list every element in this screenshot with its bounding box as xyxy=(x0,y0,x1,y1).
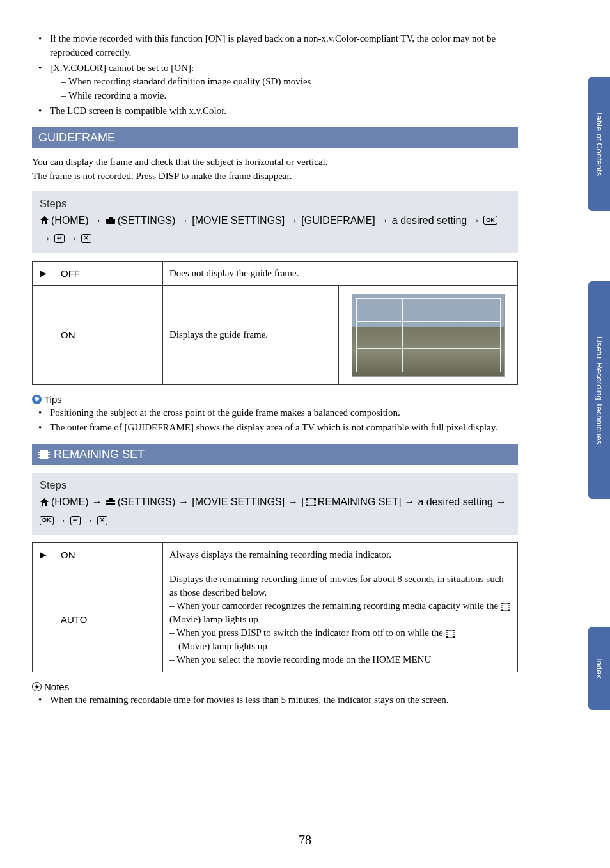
arrow-icon: → xyxy=(41,230,51,247)
notes-icon: ✦ xyxy=(32,682,42,691)
svg-rect-28 xyxy=(501,606,503,608)
movie-icon xyxy=(446,630,455,638)
arrow-icon: → xyxy=(178,212,189,229)
guideframe-options-table: ▶ OFF Does not display the guide frame. … xyxy=(32,261,518,385)
svg-rect-8 xyxy=(38,457,40,458)
tip-item: Positioning the subject at the cross poi… xyxy=(38,406,518,420)
arrow-icon: → xyxy=(92,494,102,510)
section-heading-guideframe: GUIDEFRAME xyxy=(32,127,518,148)
path-text: a desired setting xyxy=(418,494,492,510)
svg-rect-11 xyxy=(48,457,50,458)
svg-rect-7 xyxy=(38,454,40,455)
arrow-icon: → xyxy=(470,212,480,229)
svg-rect-2 xyxy=(106,221,115,221)
ok-button-icon: OK xyxy=(483,216,497,225)
arrow-icon: → xyxy=(496,494,506,510)
svg-rect-18 xyxy=(306,500,308,501)
svg-rect-36 xyxy=(446,631,448,633)
note-item: [X.V.COLOR] cannot be set to [ON]: – Whe… xyxy=(38,61,518,103)
path-text: [GUIDEFRAME] xyxy=(301,212,375,229)
svg-rect-13 xyxy=(109,498,113,500)
note-subitem: – When recording standard definition ima… xyxy=(61,75,518,89)
svg-rect-1 xyxy=(109,217,113,219)
option-name: AUTO xyxy=(54,567,163,672)
svg-rect-19 xyxy=(306,501,308,503)
svg-rect-37 xyxy=(446,633,448,635)
arrow-icon: → xyxy=(84,512,94,529)
tab-toc[interactable]: Table of Contents xyxy=(588,77,610,211)
svg-rect-10 xyxy=(48,454,50,455)
steps-path: (HOME) → (SETTINGS) → [MOVIE SETTINGS] →… xyxy=(40,494,510,528)
svg-rect-14 xyxy=(106,502,115,503)
table-row: ▶ ON Always displays the remaining recor… xyxy=(33,543,518,567)
svg-rect-31 xyxy=(508,606,510,608)
back-button-icon: ↩ xyxy=(70,516,81,525)
side-nav-tabs: Table of Contents Useful Recording Techn… xyxy=(584,0,610,868)
close-button-icon: ✕ xyxy=(97,516,107,525)
arrow-icon: → xyxy=(178,494,189,510)
table-row: ON Displays the guide frame. xyxy=(33,285,518,384)
note-item: The LCD screen is compatible with x.v.Co… xyxy=(38,104,518,118)
back-button-icon: ↩ xyxy=(54,234,65,243)
svg-rect-6 xyxy=(38,452,40,453)
note-item: When the remaining recordable time for m… xyxy=(38,693,518,707)
note-subitem: – While recording a movie. xyxy=(61,89,518,103)
arrow-icon: → xyxy=(92,212,102,229)
notes-list: When the remaining recordable time for m… xyxy=(38,693,518,707)
option-desc: Displays the guide frame. xyxy=(163,285,339,384)
desc-text: (Movie) lamp lights up xyxy=(169,614,258,624)
path-text: (SETTINGS) xyxy=(118,212,176,229)
option-name: ON xyxy=(54,543,163,567)
tip-item: The outer frame of [GUIDEFRAME] shows th… xyxy=(38,421,518,435)
notes-header: ✦ Notes xyxy=(32,681,518,692)
home-icon xyxy=(40,498,49,507)
svg-rect-27 xyxy=(501,604,503,606)
option-desc: Does not display the guide frame. xyxy=(163,261,518,285)
arrow-icon: → xyxy=(68,230,78,247)
svg-rect-38 xyxy=(446,635,448,636)
svg-rect-9 xyxy=(48,452,50,453)
path-text: [ xyxy=(301,494,304,510)
option-name: ON xyxy=(54,285,163,384)
desc-line: Displays the remaining recording time of… xyxy=(169,572,511,599)
page-number: 78 xyxy=(0,833,610,848)
svg-rect-30 xyxy=(508,604,510,606)
guideframe-example-image xyxy=(352,294,505,377)
remaining-options-table: ▶ ON Always displays the remaining recor… xyxy=(32,542,518,672)
svg-rect-39 xyxy=(453,631,455,633)
desc-text: (Movie) lamp lights up xyxy=(169,641,267,651)
steps-box-remaining: Steps (HOME) → (SETTINGS) → [MOVIE SETTI… xyxy=(32,473,518,535)
option-image-cell xyxy=(339,285,518,384)
path-text: (HOME) xyxy=(51,494,89,510)
toolbox-icon xyxy=(106,216,116,225)
path-text: [MOVIE SETTINGS] xyxy=(192,494,285,510)
svg-rect-23 xyxy=(314,503,316,505)
arrow-icon: → xyxy=(379,212,389,229)
default-marker xyxy=(33,285,54,384)
home-icon xyxy=(40,216,49,225)
svg-rect-20 xyxy=(306,503,308,505)
section-heading-remainingset: REMAINING SET xyxy=(32,444,518,465)
svg-rect-22 xyxy=(314,501,316,503)
section-title-text: REMAINING SET xyxy=(54,448,145,461)
tab-techniques[interactable]: Useful Recording Techniques xyxy=(588,281,610,499)
table-row: AUTO Displays the remaining recording ti… xyxy=(33,567,518,672)
close-button-icon: ✕ xyxy=(81,234,91,243)
note-item: If the movie recorded with this function… xyxy=(38,32,518,60)
option-name: OFF xyxy=(54,261,163,285)
tab-index[interactable]: Index xyxy=(588,627,610,710)
path-text: [MOVIE SETTINGS] xyxy=(192,212,285,229)
notes-label: Notes xyxy=(44,681,69,692)
path-text: (SETTINGS) xyxy=(118,494,176,510)
steps-title: Steps xyxy=(40,198,510,210)
path-text: a desired setting xyxy=(392,212,467,229)
table-row: ▶ OFF Does not display the guide frame. xyxy=(33,261,518,285)
desc-line: – When your camcorder recognizes the rem… xyxy=(169,599,511,626)
svg-rect-29 xyxy=(501,608,503,610)
steps-box-guideframe: Steps (HOME) → (SETTINGS) → [MOVIE SETTI… xyxy=(32,191,518,253)
top-notes-list: If the movie recorded with this function… xyxy=(38,32,518,118)
path-text: (HOME) xyxy=(51,212,89,229)
svg-rect-40 xyxy=(453,633,455,635)
desc-line: – When you press DISP to switch the indi… xyxy=(169,626,511,653)
default-marker: ▶ xyxy=(33,261,54,285)
